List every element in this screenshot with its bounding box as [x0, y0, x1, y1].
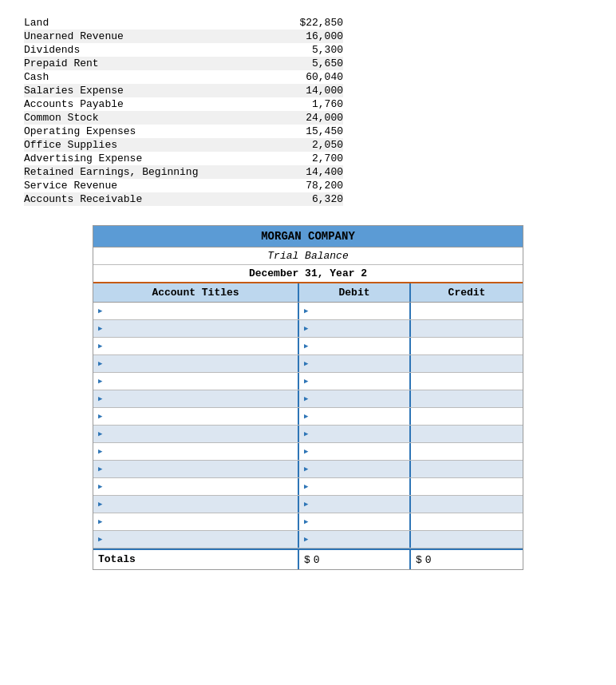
- totals-credit: $ 0: [411, 550, 523, 569]
- ref-value: 24,000: [279, 112, 343, 124]
- row-account[interactable]: [93, 443, 299, 460]
- row-debit[interactable]: [299, 373, 411, 390]
- ref-value: 1,760: [279, 98, 343, 110]
- ref-label: Retained Earnings, Beginning: [24, 166, 279, 178]
- row-account[interactable]: [93, 496, 299, 513]
- ref-label: Accounts Payable: [24, 98, 279, 110]
- row-account[interactable]: [93, 303, 299, 319]
- report-title: Trial Balance: [93, 247, 523, 265]
- ref-label: Advertising Expense: [24, 152, 279, 164]
- table-row[interactable]: [93, 478, 523, 496]
- ref-row: Dividends5,300: [24, 43, 343, 57]
- row-debit[interactable]: [299, 478, 411, 495]
- totals-credit-symbol: $: [416, 554, 422, 566]
- ref-row: Accounts Payable1,760: [24, 97, 343, 111]
- ref-row: Retained Earnings, Beginning14,400: [24, 165, 343, 179]
- ref-label: Prepaid Rent: [24, 57, 279, 69]
- totals-debit-value: 0: [314, 554, 320, 566]
- ref-row: Service Revenue78,200: [24, 179, 343, 192]
- column-headers: Account Titles Debit Credit: [93, 283, 523, 303]
- row-credit[interactable]: [411, 443, 523, 460]
- row-account[interactable]: [93, 426, 299, 442]
- ref-row: Office Supplies2,050: [24, 138, 343, 152]
- table-body: [93, 303, 523, 548]
- row-account[interactable]: [93, 478, 299, 495]
- row-credit[interactable]: [411, 390, 523, 407]
- row-account[interactable]: [93, 408, 299, 425]
- col-header-debit: Debit: [299, 283, 411, 302]
- row-credit[interactable]: [411, 408, 523, 425]
- row-credit[interactable]: [411, 426, 523, 442]
- row-debit[interactable]: [299, 443, 411, 460]
- ref-row: Accounts Receivable6,320: [24, 192, 343, 206]
- row-credit[interactable]: [411, 355, 523, 372]
- row-credit[interactable]: [411, 531, 523, 548]
- row-debit[interactable]: [299, 461, 411, 477]
- row-credit[interactable]: [411, 373, 523, 390]
- ref-row: Unearned Revenue16,000: [24, 30, 343, 43]
- ref-row: Land$22,850: [24, 16, 343, 30]
- table-row[interactable]: [93, 443, 523, 461]
- row-account[interactable]: [93, 513, 299, 530]
- row-debit[interactable]: [299, 303, 411, 319]
- row-account[interactable]: [93, 461, 299, 477]
- ref-row: Salaries Expense14,000: [24, 84, 343, 97]
- row-debit[interactable]: [299, 390, 411, 407]
- row-account[interactable]: [93, 355, 299, 372]
- table-row[interactable]: [93, 461, 523, 478]
- table-row[interactable]: [93, 303, 523, 320]
- row-credit[interactable]: [411, 478, 523, 495]
- ref-value: 15,450: [279, 125, 343, 137]
- ref-value: 78,200: [279, 180, 343, 192]
- row-account[interactable]: [93, 390, 299, 407]
- row-debit[interactable]: [299, 513, 411, 530]
- reference-list: Land$22,850Unearned Revenue16,000Dividen…: [16, 16, 600, 206]
- row-account[interactable]: [93, 373, 299, 390]
- ref-value: 2,050: [279, 139, 343, 151]
- ref-label: Common Stock: [24, 112, 279, 124]
- table-row[interactable]: [93, 408, 523, 426]
- ref-value: 16,000: [279, 30, 343, 42]
- row-debit[interactable]: [299, 320, 411, 337]
- row-account[interactable]: [93, 338, 299, 354]
- report-date: December 31, Year 2: [93, 265, 523, 283]
- row-account[interactable]: [93, 320, 299, 337]
- row-debit[interactable]: [299, 496, 411, 513]
- row-debit[interactable]: [299, 426, 411, 442]
- company-name: MORGAN COMPANY: [93, 226, 523, 247]
- table-row[interactable]: [93, 390, 523, 408]
- table-row[interactable]: [93, 426, 523, 443]
- ref-value: 60,040: [279, 71, 343, 83]
- ref-row: Common Stock24,000: [24, 111, 343, 125]
- ref-value: 5,300: [279, 44, 343, 56]
- table-row[interactable]: [93, 513, 523, 531]
- ref-value: 2,700: [279, 152, 343, 164]
- table-row[interactable]: [93, 320, 523, 338]
- row-debit[interactable]: [299, 531, 411, 548]
- col-header-account: Account Titles: [93, 283, 299, 302]
- row-credit[interactable]: [411, 303, 523, 319]
- table-row[interactable]: [93, 355, 523, 373]
- ref-label: Operating Expenses: [24, 125, 279, 137]
- row-credit[interactable]: [411, 338, 523, 354]
- row-credit[interactable]: [411, 513, 523, 530]
- ref-value: 14,000: [279, 85, 343, 97]
- table-row[interactable]: [93, 373, 523, 390]
- table-row[interactable]: [93, 531, 523, 548]
- table-row[interactable]: [93, 496, 523, 513]
- ref-label: Salaries Expense: [24, 85, 279, 97]
- ref-label: Land: [24, 17, 279, 29]
- ref-label: Dividends: [24, 44, 279, 56]
- row-credit[interactable]: [411, 461, 523, 477]
- ref-value: 14,400: [279, 166, 343, 178]
- row-account[interactable]: [93, 531, 299, 548]
- table-row[interactable]: [93, 338, 523, 355]
- row-credit[interactable]: [411, 496, 523, 513]
- ref-value: $22,850: [279, 17, 343, 29]
- row-debit[interactable]: [299, 408, 411, 425]
- row-debit[interactable]: [299, 355, 411, 372]
- row-debit[interactable]: [299, 338, 411, 354]
- ref-row: Cash60,040: [24, 70, 343, 84]
- ref-label: Unearned Revenue: [24, 30, 279, 42]
- row-credit[interactable]: [411, 320, 523, 337]
